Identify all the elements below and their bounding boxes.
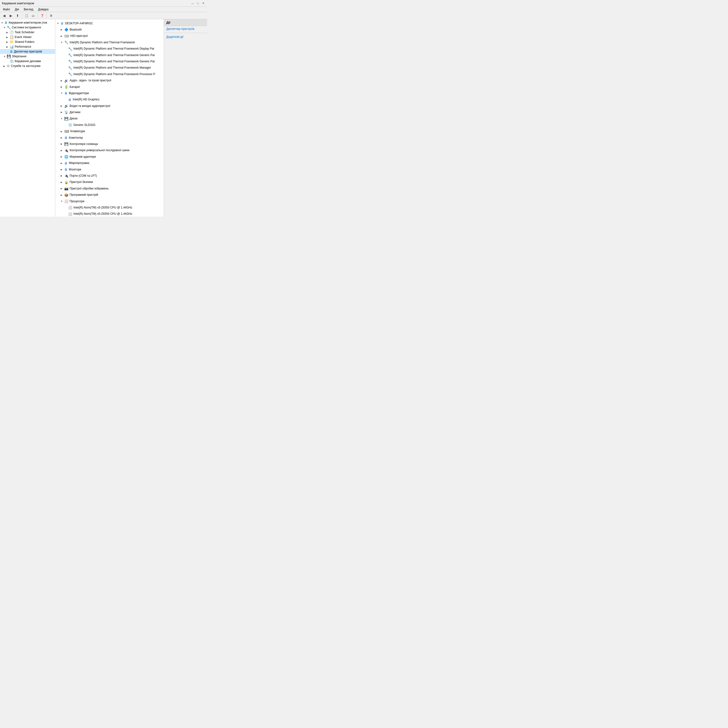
minimize-button[interactable]: — [191,2,194,5]
arrow-bluetooth[interactable]: ▶ [61,28,64,31]
sidebar-icon-tools: 🔧 [7,26,11,29]
arrow-keyboards[interactable]: ▶ [61,130,64,133]
action-additional[interactable]: Додаткові дії [164,34,207,40]
arrow-security[interactable]: ▶ [61,180,64,184]
folder-button[interactable]: 🗂 [30,13,36,18]
node-keyboards[interactable]: ▶ ⌨ Клавіатури [55,128,164,135]
node-intel-manager[interactable]: 🔧 Intel(R) Dynamic Platform and Thermal … [55,65,164,71]
help-button[interactable]: ❓ [39,13,45,18]
node-storage-ctrl[interactable]: ▶ 💾 Контролери сховища [55,141,164,147]
node-network[interactable]: ▶ 🌐 Мережеві адаптери [55,154,164,160]
icon-storage-ctrl: 💾 [64,141,68,147]
sidebar-icon-shared-folders: 📁 [10,40,14,44]
arrow-battery[interactable]: ▶ [61,85,64,89]
sidebar-expand-root[interactable]: ▼ [1,21,3,24]
back-button[interactable]: ◀ [1,13,7,18]
menu-action[interactable]: Дія [13,7,21,12]
node-usb[interactable]: ▶ 🔌 Контролери універсальної послідовної… [55,147,164,154]
sidebar-expand-services[interactable]: ▶ [3,65,6,67]
computer-button[interactable]: 🖥 [48,13,54,18]
node-cpu2[interactable]: ⬜ Intel(R) Atom(TM) x5-Z8350 CPU @ 1.44G… [55,211,164,217]
sidebar-item-services[interactable]: ▶ ⚙ Служби та застосунки [0,64,55,68]
sidebar-item-storage[interactable]: ▼ 💾 Зберігання [0,54,55,59]
menu-help[interactable]: Довідка [36,7,50,12]
arrow-imaging[interactable]: ▶ [61,187,64,190]
sidebar-expand-perf[interactable]: ▶ [6,46,9,48]
node-disks[interactable]: ▼ 💾 Диски [55,116,164,122]
node-audio[interactable]: ▶ 🔊 Аудіо-, відео- та ігрові пристрої [55,78,164,84]
label-usb: Контролери універсальної послідовної шин… [70,148,130,153]
icon-intel-generic1: 🔧 [68,52,72,58]
sidebar-expand-storage[interactable]: ▼ [3,55,6,58]
sidebar-item-task-scheduler[interactable]: ▶ 🕐 Task Scheduler [0,30,55,35]
node-desktop[interactable]: ▼ 🖥 DESKTOP-A4F8RGC [55,20,164,26]
node-intel-generic2[interactable]: 🔧 Intel(R) Dynamic Platform and Thermal … [55,58,164,64]
node-processors[interactable]: ▼ ⬜ Процесори [55,198,164,204]
sidebar-item-system-tools[interactable]: ▼ 🔧 Системні інструменти [0,25,55,30]
node-ports[interactable]: ▶ 🔌 Порти (COM та LPT) [55,173,164,179]
node-display-adapters[interactable]: ▼ 🖥 Відеоадаптери [55,90,164,96]
action-device-manager[interactable]: Диспетчер пристроїв [164,26,207,32]
arrow-audio-io[interactable]: ▶ [61,104,64,108]
node-intel-display[interactable]: 🔧 Intel(R) Dynamic Platform and Thermal … [55,46,164,52]
node-intel-processor[interactable]: 🔧 Intel(R) Dynamic Platform and Thermal … [55,71,164,77]
icon-intel-generic2: 🔧 [68,59,72,64]
node-intel-framework[interactable]: ▼ 🔧 Intel(R) Dynamic Platform and Therma… [55,39,164,46]
sidebar-expand-ev[interactable]: ▶ [6,36,9,38]
sidebar-item-root[interactable]: ▼ 🖥 Керування комп'ютером (лок [0,20,55,25]
maximize-button[interactable]: □ [196,2,200,5]
arrow-firmware[interactable]: ▶ [61,162,64,165]
arrow-desktop[interactable]: ▼ [57,21,60,25]
arrow-hid[interactable]: ▶ [61,34,64,38]
sidebar-item-disk-mgmt[interactable]: 💿 Керування дисками [0,59,55,64]
node-battery[interactable]: ▶ 🔋 Батареї [55,84,164,90]
label-firmware: Мікропрограма: [69,161,90,165]
menu-view[interactable]: Вигляд [22,7,35,12]
icon-audio: 🔊 [64,78,68,83]
arrow-network[interactable]: ▶ [61,155,64,158]
icon-software-device: 📦 [64,192,68,198]
sidebar-item-shared-folders[interactable]: ▶ 📁 Shared Folders [0,40,55,44]
sidebar-item-device-manager[interactable]: 🖥 Диспетчер пристроїв [0,49,55,54]
node-sensors[interactable]: ▶ 📡 Датчики [55,109,164,115]
toolbar: ◀ ▶ ⬆ 📋 🗂 ❓ 🖥 [0,12,207,19]
arrow-sensors[interactable]: ▶ [61,110,64,114]
icon-cpu1: ⬜ [68,205,72,210]
arrow-intel-framework[interactable]: ▼ [61,41,64,44]
arrow-ports[interactable]: ▶ [61,174,64,177]
icon-intel-display: 🔧 [68,46,72,52]
sidebar-item-performance[interactable]: ▶ 📊 Performance [0,44,55,49]
menu-file[interactable]: Файл [1,7,12,12]
arrow-computer[interactable]: ▶ [61,136,64,139]
node-hid[interactable]: ▶ ⌨ HID-пристрої [55,33,164,39]
sidebar-expand-sf[interactable]: ▶ [6,41,9,43]
sidebar-expand-system[interactable]: ▼ [3,26,6,29]
node-imaging[interactable]: ▶ 📷 Пристрої обробки зображень [55,185,164,192]
node-cpu1[interactable]: ⬜ Intel(R) Atom(TM) x5-Z8350 CPU @ 1.44G… [55,204,164,211]
close-button[interactable]: ✕ [201,2,205,5]
node-audio-io[interactable]: ▶ 🔊 Вхідні та вихідні аудіопристрої [55,103,164,109]
arrow-audio[interactable]: ▶ [61,79,64,82]
properties-button[interactable]: 📋 [23,13,30,18]
arrow-usb[interactable]: ▶ [61,149,64,152]
sidebar-expand-ts[interactable]: ▶ [6,31,9,34]
node-firmware[interactable]: ▶ 🖥 Мікропрограма: [55,160,164,166]
node-computer[interactable]: ▶ 🖥 Комп'ютер [55,135,164,141]
arrow-storage-ctrl[interactable]: ▶ [61,142,64,146]
node-security[interactable]: ▶ 🔒 Пристрої безпеки [55,179,164,185]
node-generic-sld[interactable]: 💿 Generic SLD32G [55,122,164,128]
up-button[interactable]: ⬆ [14,13,21,18]
node-bluetooth[interactable]: ▶ 🔷 Bluetooth [55,26,164,33]
forward-button[interactable]: ▶ [8,13,14,18]
arrow-processors[interactable]: ▼ [61,200,64,203]
sidebar-item-event-viewer[interactable]: ▶ 📋 Event Viewer [0,35,55,40]
icon-audio-io: 🔊 [64,103,68,109]
node-intel-generic1[interactable]: 🔧 Intel(R) Dynamic Platform and Thermal … [55,52,164,58]
arrow-monitors[interactable]: ▶ [61,168,64,171]
arrow-software-device[interactable]: ▶ [61,193,64,197]
arrow-disks[interactable]: ▼ [61,117,64,120]
node-intel-hd[interactable]: 🖥 Intel(R) HD Graphics [55,96,164,103]
arrow-display-adapters[interactable]: ▼ [61,92,64,95]
node-software-device[interactable]: ▶ 📦 Програмний пристрій [55,192,164,198]
node-monitors[interactable]: ▶ 🖥 Монітори [55,166,164,173]
